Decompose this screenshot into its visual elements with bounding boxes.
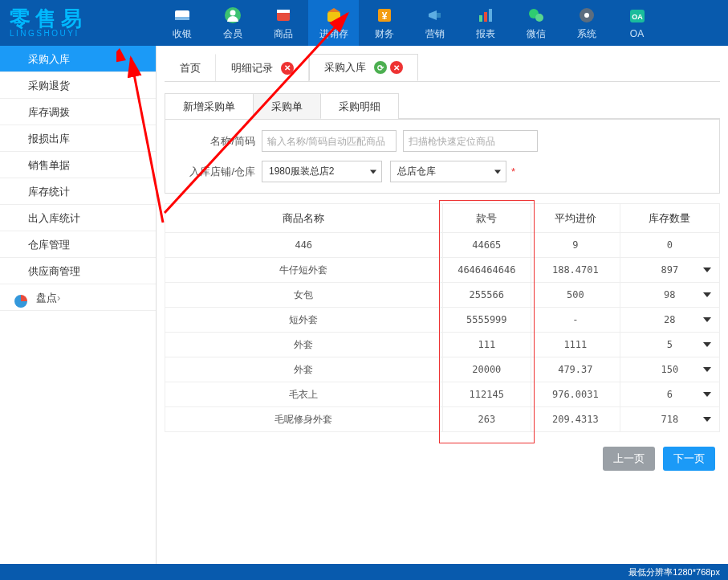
dropdown-icon[interactable] [703,268,711,272]
required-mark: * [511,165,515,178]
topnav-stock[interactable]: 进销存 [308,0,359,46]
close-icon[interactable]: ✕ [390,61,403,74]
svg-rect-5 [277,10,290,13]
dropdown-icon[interactable] [703,417,711,422]
sub-tab-0[interactable]: 新增采购单 [165,93,254,119]
table-row[interactable]: 短外套5555999-28 [165,308,720,333]
svg-point-14 [535,14,543,22]
table-row[interactable]: 外套20000479.37150 [165,357,720,382]
refresh-icon[interactable]: ⟳ [374,61,387,74]
cell: 897 [620,258,719,283]
name-input[interactable] [262,130,397,152]
table-row[interactable]: 牛仔短外套4646464646188.4701897 [165,258,720,283]
sub-tab-2[interactable]: 采购明细 [320,93,399,119]
table-row[interactable]: 毛呢修身外套263209.4313718 [165,407,720,432]
dropdown-icon[interactable] [703,292,711,297]
page-tab-0[interactable]: 首页 [165,54,216,81]
cell: 9 [531,233,620,258]
sidebar-group-label: 盘点 [36,284,57,311]
sidebar-item-0[interactable]: 采购入库 [0,46,156,72]
pager: 上一页 下一页 [165,447,720,471]
wechat-icon [527,6,546,25]
next-page-button[interactable]: 下一页 [663,447,715,471]
page-tab-2[interactable]: 采购入库⟳✕ [309,54,418,81]
topnav-system[interactable]: 系统 [561,0,612,46]
scan-input[interactable] [403,130,538,152]
sidebar-item-8[interactable]: 供应商管理 [0,258,156,284]
table-row[interactable]: 女包25556650098 [165,283,720,308]
cell: 500 [531,283,620,308]
close-icon[interactable]: ✕ [281,62,294,75]
cell: 446 [165,233,443,258]
cell: 0 [620,233,719,258]
warehouse-select[interactable]: 总店仓库 [390,161,506,182]
th-0: 商品名称 [165,204,443,233]
topnav-wechat[interactable]: 微信 [510,0,561,46]
cell: 188.4701 [531,258,620,283]
main: 首页明细记录✕采购入库⟳✕ 新增采购单采购单采购明细 名称/简码 入库店铺/仓库… [157,46,728,564]
topnav-oa[interactable]: OAOA [612,0,662,46]
dropdown-icon[interactable] [703,367,711,372]
svg-point-3 [230,10,235,15]
topnav-label: 营销 [425,27,445,41]
page-tab-label: 采购入库 [324,60,366,75]
finance-icon: ¥ [375,6,394,25]
svg-rect-6 [327,12,340,22]
svg-rect-9 [437,13,441,18]
sidebar-item-2[interactable]: 库存调拨 [0,99,156,125]
topnav-goods[interactable]: 商品 [258,0,308,46]
table-row[interactable]: 4464466590 [165,233,720,258]
table-row[interactable]: 外套11111115 [165,333,720,357]
cell: 209.4313 [531,407,620,432]
caret-down-icon [494,170,501,174]
cell: 6 [620,382,719,407]
table-wrap: 商品名称款号平均进价库存数量 4464466590牛仔短外套4646464646… [165,203,720,432]
cell: 479.37 [531,357,620,382]
sidebar-item-7[interactable]: 仓库管理 [0,231,156,258]
sidebar-group-inventory[interactable]: 盘点 › [0,284,156,311]
topnav-finance[interactable]: ¥财务 [359,0,409,46]
sidebar-item-1[interactable]: 采购退货 [0,72,156,99]
svg-text:OA: OA [632,13,643,21]
topnav-label: 商品 [274,27,293,41]
page-tab-1[interactable]: 明细记录✕ [216,54,309,81]
sidebar-item-5[interactable]: 库存统计 [0,178,156,205]
stock-icon [324,6,344,25]
topnav-label: 财务 [375,27,394,41]
topbar: 零售易 LINGSHOUYI 收银会员商品进销存¥财务营销报表微信系统OAOA [0,0,728,46]
sidebar-item-3[interactable]: 报损出库 [0,125,156,152]
cash-icon [173,6,192,25]
cell: 1111 [531,333,620,357]
store-select[interactable]: 1980服装总店2 [262,161,382,182]
report-icon [476,6,495,25]
topnav-label: 会员 [223,27,242,41]
cell: - [531,308,620,333]
cell: 牛仔短外套 [165,258,443,283]
sidebar-item-4[interactable]: 销售单据 [0,152,156,178]
svg-text:¥: ¥ [381,10,387,22]
cell: 短外套 [165,308,443,333]
sub-tabs: 新增采购单采购单采购明细 [165,93,720,119]
sub-tab-1[interactable]: 采购单 [253,93,321,119]
sidebar: 采购入库采购退货库存调拨报损出库销售单据库存统计出入库统计仓库管理供应商管理 盘… [0,46,157,564]
pie-icon [14,291,27,304]
dropdown-icon[interactable] [703,392,711,397]
topnav-label: 进销存 [319,27,348,41]
topnav-report[interactable]: 报表 [460,0,510,46]
dropdown-icon[interactable] [703,342,711,347]
name-label: 名称/简码 [173,134,262,149]
topnav-member[interactable]: 会员 [207,0,258,46]
topnav-cash[interactable]: 收银 [157,0,207,46]
member-icon [223,6,242,25]
marketing-icon [425,6,445,25]
oa-icon: OA [628,6,647,26]
cell: 263 [442,407,531,432]
sidebar-item-6[interactable]: 出入库统计 [0,205,156,231]
topnav-marketing[interactable]: 营销 [409,0,460,46]
page-tab-label: 明细记录 [231,61,273,76]
system-icon [577,6,596,25]
table-row[interactable]: 毛衣上112145976.00316 [165,382,720,407]
dropdown-icon[interactable] [703,317,711,322]
cell: 毛衣上 [165,382,443,407]
prev-page-button[interactable]: 上一页 [603,447,655,471]
